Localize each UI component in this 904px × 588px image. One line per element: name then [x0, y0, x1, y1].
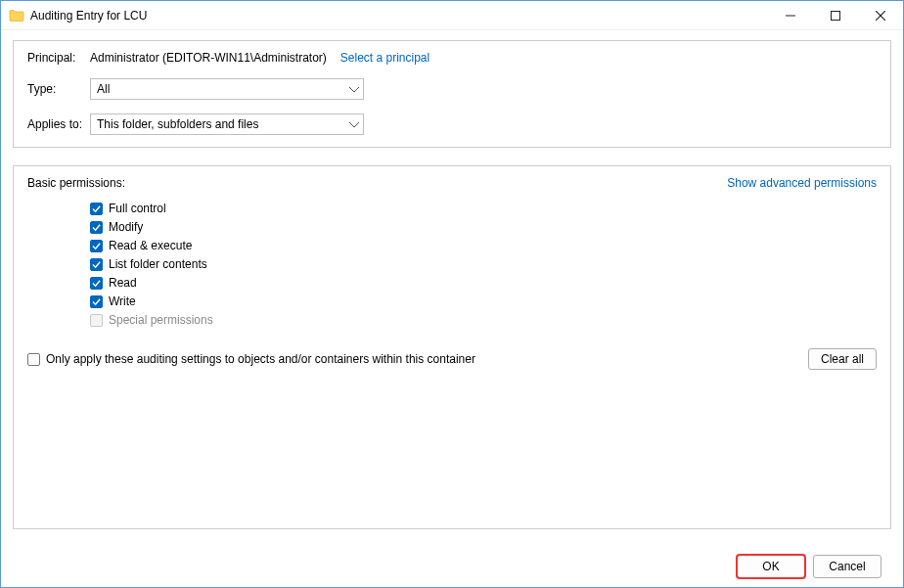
basic-permissions-heading: Basic permissions: [27, 176, 125, 190]
svg-line-2 [876, 11, 885, 21]
applies-to-select-value: This folder, subfolders and files [97, 117, 258, 131]
permission-item: Read & execute [90, 239, 877, 252]
permission-checkbox[interactable] [90, 221, 103, 234]
minimize-button[interactable] [768, 1, 813, 29]
permission-label: Read [109, 276, 137, 290]
permission-checkbox[interactable] [90, 258, 103, 271]
select-principal-link[interactable]: Select a principal [340, 51, 429, 65]
permission-item: Write [90, 294, 877, 308]
only-apply-label: Only apply these auditing settings to ob… [46, 352, 475, 366]
principal-label: Principal: [27, 51, 90, 65]
type-label: Type: [27, 82, 90, 96]
svg-line-3 [876, 11, 885, 21]
folder-icon [9, 8, 24, 23]
show-advanced-permissions-link[interactable]: Show advanced permissions [727, 176, 877, 190]
permission-checkbox[interactable] [90, 277, 103, 290]
window-controls [768, 1, 903, 29]
permission-checkbox[interactable] [90, 240, 103, 252]
principal-panel: Principal: Administrator (EDITOR-WIN11\A… [13, 40, 891, 148]
permission-item: Special permissions [90, 313, 877, 327]
permission-label: Full control [109, 202, 166, 215]
ok-button[interactable]: OK [737, 555, 805, 578]
permission-item: Full control [90, 202, 877, 215]
permission-item: Read [90, 276, 877, 290]
maximize-button[interactable] [813, 1, 858, 29]
permission-label: Read & execute [109, 239, 192, 252]
permission-item: Modify [90, 220, 877, 234]
permission-checkbox[interactable] [90, 295, 103, 308]
permissions-panel: Basic permissions: Show advanced permiss… [13, 165, 891, 529]
chevron-down-icon [349, 82, 359, 96]
type-select[interactable]: All [90, 78, 364, 100]
type-select-value: All [97, 82, 110, 96]
permission-label: Special permissions [109, 313, 213, 327]
window-title: Auditing Entry for LCU [30, 9, 147, 23]
chevron-down-icon [349, 117, 359, 131]
applies-to-label: Applies to: [27, 117, 90, 131]
cancel-button[interactable]: Cancel [813, 555, 881, 578]
close-button[interactable] [858, 1, 903, 29]
permission-checkbox [90, 314, 103, 327]
permission-label: List folder contents [109, 257, 207, 271]
dialog-footer: OK Cancel [1, 546, 903, 587]
principal-value: Administrator (EDITOR-WIN11\Administrato… [90, 51, 327, 65]
only-apply-checkbox[interactable] [27, 353, 40, 366]
applies-to-select[interactable]: This folder, subfolders and files [90, 113, 364, 135]
svg-rect-1 [832, 11, 840, 20]
clear-all-button[interactable]: Clear all [808, 348, 877, 370]
permission-list: Full controlModifyRead & executeList fol… [90, 202, 877, 327]
titlebar: Auditing Entry for LCU [1, 1, 903, 30]
permission-label: Modify [109, 220, 143, 234]
permission-label: Write [109, 294, 136, 308]
permission-checkbox[interactable] [90, 203, 103, 215]
permission-item: List folder contents [90, 257, 877, 271]
